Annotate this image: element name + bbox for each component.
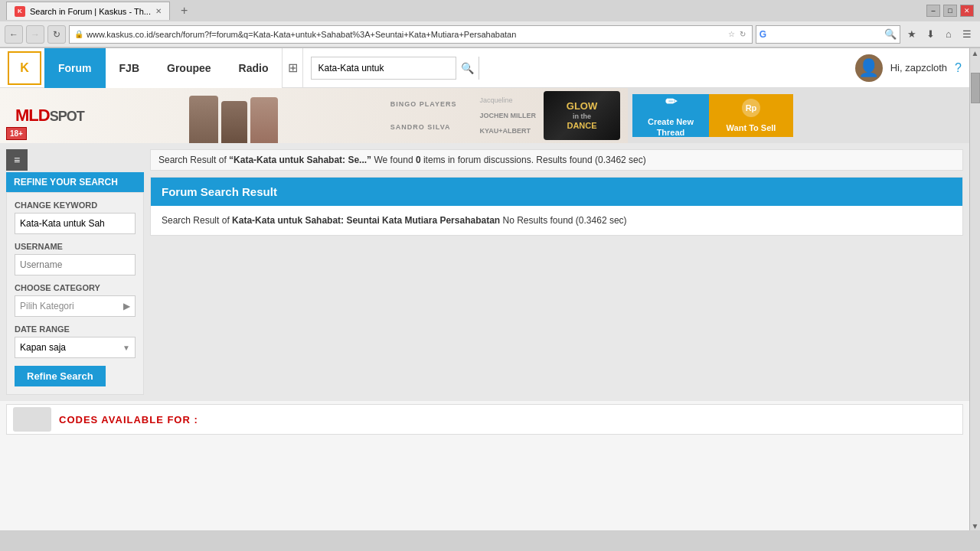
refine-search-button[interactable]: Refine Search — [15, 366, 106, 386]
bookmarks-star-icon[interactable]: ★ — [903, 26, 920, 43]
age-badge: 18+ — [6, 127, 27, 140]
tab-close-button[interactable]: ✕ — [155, 7, 162, 15]
bottom-promo-image — [13, 407, 51, 432]
google-logo: G — [756, 29, 769, 40]
banner-cta-buttons: ✏ Create NewThread Rp Want To Sell — [632, 94, 793, 137]
tab-title: Search in Forum | Kaskus - Th... — [30, 7, 151, 16]
maximize-button[interactable]: □ — [943, 5, 957, 17]
jochen-miller-logo: JOCHEN MILLER — [479, 112, 536, 119]
rp-icon: Rp — [742, 99, 760, 117]
person-2 — [221, 101, 247, 143]
category-select[interactable]: Pilih Kategori ▶ — [15, 295, 136, 317]
new-tab-button[interactable]: + — [178, 4, 191, 18]
menu-icon[interactable]: ☰ — [959, 26, 975, 43]
scroll-down-button[interactable]: ▼ — [971, 521, 980, 530]
keyword-input[interactable] — [15, 213, 136, 234]
home-icon[interactable]: ⌂ — [940, 26, 957, 43]
scroll-up-button[interactable]: ▲ — [971, 48, 980, 57]
refine-search-header: REFINE YOUR SEARCH — [6, 172, 144, 192]
browser-search-bar[interactable]: G 🔍 — [756, 25, 900, 44]
forum-nav-item[interactable]: Forum — [44, 48, 106, 88]
page-wrapper: K Forum FJB Groupee Radio ⊞ 🔍 👤 Hi, zapz… — [0, 48, 980, 530]
result-suffix: No Results found (0.3462 sec) — [502, 215, 626, 226]
browser-tab[interactable]: K Search in Forum | Kaskus - Th... ✕ — [6, 2, 170, 20]
lock-icon: 🔒 — [74, 30, 83, 38]
refresh-button[interactable]: ↻ — [47, 25, 66, 44]
groupee-nav-item[interactable]: Groupee — [153, 48, 225, 88]
create-new-thread-button[interactable]: ✏ Create NewThread — [632, 94, 709, 137]
download-icon[interactable]: ⬇ — [922, 26, 939, 43]
glow-text: GLOW in the DANCE — [567, 100, 597, 131]
glow-dance-graphic: GLOW in the DANCE — [544, 91, 620, 140]
forum-result-box: Forum Search Result Search Result of Kat… — [150, 177, 963, 236]
menu-grid-icon[interactable]: ⊞ — [282, 48, 303, 88]
refine-search-title: REFINE YOUR SEARCH — [14, 177, 118, 187]
site-search-button[interactable]: 🔍 — [456, 57, 479, 80]
radio-nav-item[interactable]: Radio — [225, 48, 283, 88]
address-bar[interactable]: 🔒 www.kaskus.co.id/search/forum?f=forum&… — [69, 25, 753, 44]
date-range-arrow-icon: ▼ — [122, 344, 130, 352]
status-mid: We found — [374, 155, 415, 165]
music-logos-2: Jacqueline JOCHEN MILLER KYAU+ALBERT — [472, 91, 544, 140]
fjb-nav-item[interactable]: FJB — [106, 48, 153, 88]
browser-chrome: K Search in Forum | Kaskus - Th... ✕ + –… — [0, 0, 980, 48]
back-button[interactable]: ← — [5, 25, 23, 44]
username-input[interactable] — [15, 254, 136, 276]
site-search[interactable]: 🔍 — [311, 57, 479, 80]
url-text: www.kaskus.co.id/search/forum?f=forum&q=… — [87, 30, 724, 39]
result-pre: Search Result of — [162, 215, 232, 226]
scrollbar[interactable]: ▲ ▼ — [969, 48, 980, 530]
jacqueline-logo: Jacqueline — [479, 96, 536, 104]
address-bar-row: ← → ↻ 🔒 www.kaskus.co.id/search/forum?f=… — [0, 21, 980, 47]
music-logos: BINGO PLAYERS SANDRO SILVA — [375, 91, 472, 140]
bottom-banner: CODES AVAILABLE FOR : — [6, 404, 963, 435]
create-thread-label: Create NewThread — [648, 116, 694, 139]
close-button[interactable]: ✕ — [960, 5, 974, 17]
search-status-bar: Search Result of “Kata-Kata untuk Sahaba… — [150, 149, 963, 171]
google-search-input[interactable] — [769, 30, 881, 39]
site-search-input[interactable] — [312, 57, 456, 79]
forward-button[interactable]: → — [26, 25, 44, 44]
status-pre: Search Result of — [158, 155, 229, 165]
bookmark-star-icon[interactable]: ☆ — [727, 29, 737, 39]
right-panel: Search Result of “Kata-Kata untuk Sahaba… — [150, 149, 963, 395]
change-keyword-label: CHANGE KEYWORD — [15, 201, 136, 210]
scrollbar-thumb[interactable] — [971, 73, 980, 103]
title-bar: K Search in Forum | Kaskus - Th... ✕ + –… — [0, 0, 980, 21]
want-to-sell-label: Want To Sell — [727, 123, 776, 132]
google-search-icon[interactable]: 🔍 — [881, 28, 900, 40]
header-right: 👤 Hi, zapzcloth ? — [855, 54, 962, 82]
list-view-toggle[interactable]: ≡ — [6, 149, 28, 171]
refine-search-panel: CHANGE KEYWORD USERNAME CHOOSE CATEGORY … — [6, 192, 144, 395]
kyau-albert-logo: KYAU+ALBERT — [479, 127, 536, 135]
forum-result-body: Search Result of Kata-Kata untuk Sahabat… — [151, 206, 962, 235]
username-label: USERNAME — [15, 242, 136, 251]
banner-left: MLDSPOT 18+ BINGO PLAYERS SANDRO SILVA J… — [0, 88, 628, 143]
left-panel: ≡ REFINE YOUR SEARCH CHANGE KEYWORD USER… — [6, 149, 144, 395]
result-query: Kata-Kata untuk Sahabat: Seuntai Kata Mu… — [232, 215, 500, 226]
minimize-button[interactable]: – — [926, 5, 940, 17]
refresh-addr-icon[interactable]: ↻ — [738, 29, 747, 39]
category-value: Pilih Kategori — [20, 301, 74, 311]
banner-area: MLDSPOT 18+ BINGO PLAYERS SANDRO SILVA J… — [0, 88, 969, 143]
want-to-sell-button[interactable]: Rp Want To Sell — [709, 94, 793, 137]
tab-favicon: K — [15, 6, 25, 17]
help-icon[interactable]: ? — [955, 61, 962, 75]
category-label: CHOOSE CATEGORY — [15, 283, 136, 292]
date-range-value: Kapan saja — [20, 342, 66, 353]
page-content: K Forum FJB Groupee Radio ⊞ 🔍 👤 Hi, zapz… — [0, 48, 969, 530]
status-query: “Kata-Kata untuk Sahabat: Se...” — [229, 155, 371, 165]
kaskus-logo: K — [8, 51, 41, 85]
sandro-silva-logo: SANDRO SILVA — [390, 123, 457, 131]
window-controls: – □ ✕ — [926, 5, 974, 17]
bingo-players-logo: BINGO PLAYERS — [390, 100, 457, 108]
date-range-dropdown[interactable]: Kapan saja ▼ — [15, 337, 136, 358]
person-3 — [250, 97, 278, 143]
site-header: K Forum FJB Groupee Radio ⊞ 🔍 👤 Hi, zapz… — [0, 48, 969, 88]
main-area: ≡ REFINE YOUR SEARCH CHANGE KEYWORD USER… — [0, 143, 969, 401]
banner-people — [92, 88, 375, 143]
user-avatar: 👤 — [855, 54, 883, 82]
status-count: 0 — [416, 155, 421, 165]
date-range-label: DATE RANGE — [15, 324, 136, 334]
category-arrow-icon: ▶ — [123, 301, 130, 311]
